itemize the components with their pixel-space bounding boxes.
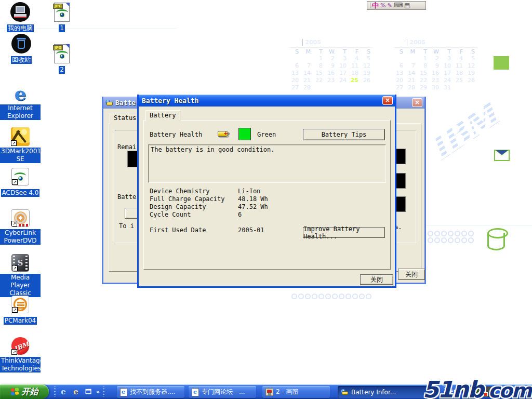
desktop-icon-jpg-2[interactable]: JPG 2 bbox=[42, 43, 82, 74]
desktop-icon-recycle-bin[interactable]: 回收站 bbox=[1, 33, 42, 64]
calendar-weekday: T bbox=[417, 47, 429, 55]
calendar-day: 22 bbox=[313, 76, 325, 84]
calendar-day: 27 bbox=[289, 84, 301, 91]
calendar-day: 18 bbox=[349, 69, 361, 76]
info-label: Design Capacity bbox=[150, 203, 206, 210]
icon-label: 1 bbox=[59, 24, 65, 32]
icon-label: ThinkVantage Technologies bbox=[0, 357, 41, 373]
pen-icon[interactable]: ✎ bbox=[387, 2, 392, 9]
to-increase-text: To i bbox=[119, 222, 134, 230]
ime-mode-icon[interactable]: % bbox=[380, 2, 385, 9]
calendar-day: 1 bbox=[313, 55, 325, 62]
dialog-titlebar[interactable]: Battery Health × bbox=[139, 95, 395, 107]
quick-launch: e e 🗔 » bbox=[54, 386, 104, 397]
icon-label: CyberLink PowerDVD bbox=[0, 229, 41, 245]
calendar-weekday: W bbox=[325, 47, 337, 55]
close-icon[interactable]: × bbox=[412, 98, 422, 107]
desktop-icon-pcmark04[interactable]: ↗ PCMark04 bbox=[0, 294, 41, 325]
battery-app-icon: ! bbox=[341, 389, 349, 395]
battery-health-dialog: Battery Health × Battery Battery Health … bbox=[137, 95, 396, 288]
calendar-day: 9 bbox=[325, 62, 337, 69]
calendar-day: 16 bbox=[325, 69, 337, 76]
icon-label: 2 bbox=[59, 66, 65, 74]
outlook-quicklaunch-icon[interactable]: e bbox=[71, 387, 81, 396]
battery-tips-button[interactable]: Battery Tips bbox=[303, 129, 385, 140]
calendar-day: 13 bbox=[393, 69, 405, 76]
battery-app-icon: ! bbox=[105, 100, 113, 106]
desktop-icon-powerdvd[interactable]: ↗ CyberLink PowerDVD bbox=[0, 208, 41, 245]
close-icon[interactable]: × bbox=[382, 96, 393, 105]
desktop-icon-media-player-classic[interactable]: S↗ Media Player Classic bbox=[0, 252, 41, 297]
calendar-day: 23 bbox=[325, 76, 337, 84]
menu-icon[interactable]: ▤ bbox=[404, 2, 410, 9]
envelope-icon bbox=[494, 150, 510, 161]
desktop-icon-acdsee[interactable]: ↗ ACDSee 4.0 bbox=[0, 166, 41, 197]
improve-battery-health-button[interactable]: Improve Battery Health... bbox=[303, 227, 385, 238]
cylinder-icon bbox=[487, 233, 505, 250]
health-status-value: Green bbox=[257, 131, 276, 138]
taskbar-button-battery-information[interactable]: ! Battery Infor... bbox=[338, 386, 434, 398]
shortcut-arrow-icon: ↗ bbox=[12, 307, 18, 313]
calendar-day: 6 bbox=[393, 62, 405, 69]
calendar-day: 19 bbox=[465, 69, 477, 76]
calendar-day: 28 bbox=[405, 84, 417, 91]
watermark-dot bbox=[484, 392, 488, 396]
calendar-empty bbox=[393, 55, 405, 62]
calendar-day: 4 bbox=[453, 55, 465, 62]
ie-quicklaunch-icon[interactable]: e bbox=[59, 387, 68, 396]
language-bar[interactable]: 中 % ✎ ⌨ ▤ bbox=[367, 1, 426, 10]
info-value: 6 bbox=[238, 211, 242, 218]
recycle-bin-icon bbox=[11, 34, 31, 54]
desktop-icon-jpg-1[interactable]: JPG 1 bbox=[42, 2, 82, 32]
acdsee-icon: ↗ bbox=[11, 168, 29, 185]
taskbar-button-server-not-found[interactable]: 找不到服务器,... bbox=[117, 386, 184, 398]
keyboard-icon[interactable]: ⌨ bbox=[394, 2, 403, 9]
calendar-day: 4 bbox=[349, 55, 361, 62]
desktop-icon-my-computer[interactable]: 我的电脑 bbox=[0, 2, 41, 32]
tab-battery[interactable]: Battery bbox=[145, 110, 180, 121]
calendar-day: 13 bbox=[289, 69, 301, 76]
battery-label: Batte bbox=[117, 193, 136, 201]
battery-health-label: Battery Health bbox=[150, 131, 202, 138]
taskbar-button-label: 专门网论坛 - ... bbox=[202, 388, 245, 396]
dialog-title: Battery Health bbox=[142, 97, 199, 104]
calendar-weekday: M bbox=[405, 47, 417, 55]
desktop: IBM 2 2005 SMTWTFS1234567891011121314151… bbox=[0, 0, 532, 399]
toolbar-overflow-chevron[interactable]: » bbox=[96, 389, 100, 395]
info-row: Cycle Count 6 bbox=[150, 211, 378, 219]
taskbar-button-forum[interactable]: 专门网论坛 - ... bbox=[189, 386, 256, 398]
grip-handle-icon[interactable] bbox=[369, 3, 370, 8]
calendar-weekday: S bbox=[361, 47, 373, 55]
calendar-day: 20 bbox=[289, 76, 301, 84]
calendar-day: 6 bbox=[289, 62, 301, 69]
desktop-icon-3dmark2001[interactable]: ↗ 3DMark2001 SE bbox=[0, 126, 41, 163]
3dmark-icon: ↗ bbox=[11, 127, 30, 146]
calendar-day: 23 bbox=[429, 76, 441, 84]
jpg-file-icon: JPG bbox=[54, 3, 70, 22]
info-value: 48.18 Wh bbox=[238, 195, 268, 203]
pcmark-icon: ↗ bbox=[11, 296, 29, 313]
tab-status[interactable]: Status bbox=[110, 113, 140, 124]
desktop-icon-thinkvantage[interactable]: IBM↗ ThinkVantage Technologies bbox=[0, 336, 41, 373]
info-value: 2005-01 bbox=[238, 227, 264, 234]
info-row: Device Chemistry Li-Ion bbox=[150, 188, 378, 195]
close-button[interactable]: 关闭 bbox=[398, 269, 425, 280]
start-button[interactable]: 开始 bbox=[0, 384, 49, 399]
close-button[interactable]: 关闭 bbox=[360, 274, 393, 285]
my-computer-icon bbox=[10, 2, 30, 22]
info-value: Li-Ion bbox=[238, 188, 260, 195]
calendar-day: 3 bbox=[337, 55, 349, 62]
calendar-day: 20 bbox=[393, 76, 405, 84]
taskbar-button-paint[interactable]: 2 - 画图 bbox=[262, 386, 330, 398]
desktop-icon-internet-explorer[interactable]: e Internet Explorer bbox=[0, 83, 41, 120]
remaining-label: Remai bbox=[117, 143, 136, 151]
calendar-day: 15 bbox=[417, 69, 429, 76]
shortcut-arrow-icon: ↗ bbox=[12, 179, 18, 185]
show-desktop-icon[interactable]: 🗔 bbox=[84, 387, 93, 396]
calendar-day: 2 bbox=[325, 55, 337, 62]
calendar-grid: SMTWTFS123456789101112131415161718192021… bbox=[393, 47, 478, 91]
calendar-empty bbox=[301, 55, 313, 62]
calendar-day: 27 bbox=[393, 84, 405, 91]
calendar-day: 26 bbox=[465, 76, 477, 84]
chinese-input-icon[interactable]: 中 bbox=[372, 2, 379, 9]
